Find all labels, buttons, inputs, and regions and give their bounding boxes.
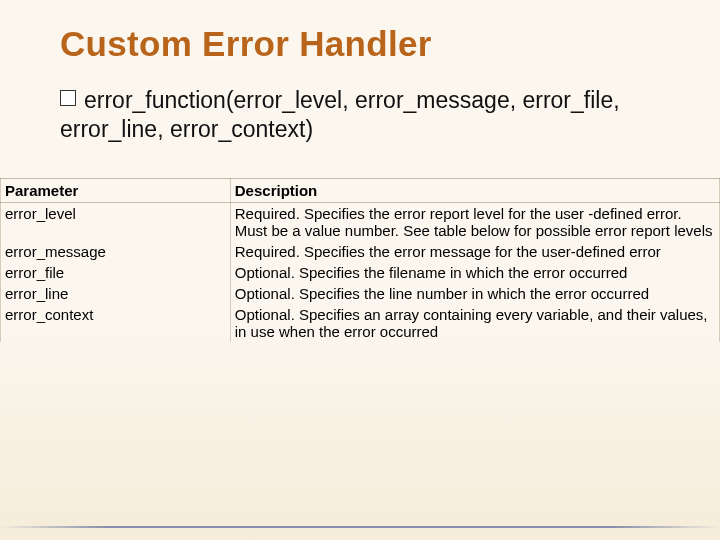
cell-desc: Required. Specifies the error message fo… bbox=[230, 241, 719, 262]
cell-desc: Optional. Specifies the filename in whic… bbox=[230, 262, 719, 283]
bullet-text: error_function(error_level, error_messag… bbox=[60, 87, 620, 142]
cell-param: error_file bbox=[1, 262, 231, 283]
params-table: Parameter Description error_level Requir… bbox=[0, 178, 720, 342]
cell-param: error_context bbox=[1, 304, 231, 342]
slide: Custom Error Handler error_function(erro… bbox=[0, 0, 720, 540]
cell-param: error_line bbox=[1, 283, 231, 304]
bullet-block: error_function(error_level, error_messag… bbox=[60, 86, 680, 144]
slide-title: Custom Error Handler bbox=[60, 24, 432, 64]
cell-desc: Required. Specifies the error report lev… bbox=[230, 203, 719, 242]
table-row: error_level Required. Specifies the erro… bbox=[1, 203, 720, 242]
table-row: error_context Optional. Specifies an arr… bbox=[1, 304, 720, 342]
header-parameter: Parameter bbox=[1, 179, 231, 203]
cell-param: error_level bbox=[1, 203, 231, 242]
table-row: error_line Optional. Specifies the line … bbox=[1, 283, 720, 304]
cell-desc: Optional. Specifies the line number in w… bbox=[230, 283, 719, 304]
table-header-row: Parameter Description bbox=[1, 179, 720, 203]
table-row: error_message Required. Specifies the er… bbox=[1, 241, 720, 262]
footer-divider bbox=[0, 526, 720, 528]
cell-desc: Optional. Specifies an array containing … bbox=[230, 304, 719, 342]
table-row: error_file Optional. Specifies the filen… bbox=[1, 262, 720, 283]
cell-param: error_message bbox=[1, 241, 231, 262]
bullet-icon bbox=[60, 90, 76, 106]
header-description: Description bbox=[230, 179, 719, 203]
